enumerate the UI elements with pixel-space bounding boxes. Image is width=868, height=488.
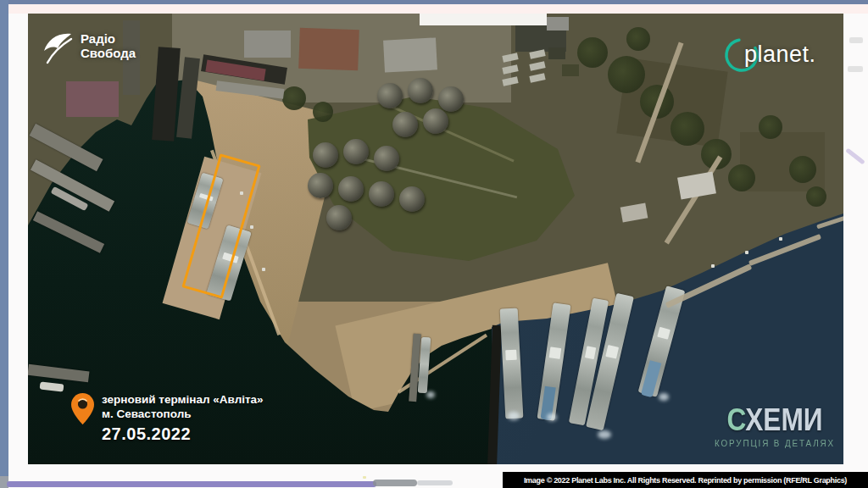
storage-tank (308, 173, 333, 198)
schemes-tagline: КОРУПЦІЯ В ДЕТАЛЯХ (710, 438, 839, 448)
margin-artifact (848, 66, 863, 72)
mosaic-gap (420, 14, 547, 25)
storage-tank (377, 83, 403, 108)
schemes-logo: СХЕМИ КОРУПЦІЯ В ДЕТАЛЯХ (706, 405, 843, 448)
ship-wake (598, 430, 611, 439)
rfe-line2: Свобода (81, 47, 136, 61)
storage-tank (408, 78, 433, 103)
ship-wake (426, 391, 435, 398)
mosaic-blob (547, 17, 569, 30)
cargo-speck (262, 268, 265, 271)
satellite-image: Радіо Свобода planet. зерновий термінал … (28, 14, 843, 464)
location-pin-icon (71, 393, 94, 424)
dock-maroon (66, 81, 119, 117)
caption-title: зерновий термінал «Авліта» (102, 393, 264, 408)
storage-tank (374, 146, 399, 171)
margin-squiggle (845, 148, 865, 165)
storage-tank (438, 86, 464, 112)
progress-thumb[interactable] (373, 480, 417, 486)
shore-structure (779, 237, 782, 241)
schemes-wordmark: СХЕМИ (715, 405, 836, 435)
storage-tank (313, 142, 338, 168)
storage-tank (369, 181, 394, 207)
rfe-wordmark: Радіо Свобода (81, 32, 136, 61)
bird-icon (41, 29, 75, 64)
storage-tank (392, 112, 418, 137)
shore-structure (711, 264, 715, 268)
ship-wake (547, 413, 557, 421)
storage-tank (326, 205, 352, 230)
caption: зерновий термінал «Авліта» м. Севастопол… (71, 393, 264, 444)
copyright-bar: Image © 2022 Planet Labs Inc. All Rights… (503, 472, 868, 488)
rfe-logo: Радіо Свобода (41, 29, 136, 64)
caption-location: м. Севастополь (102, 408, 264, 422)
schemes-initial: С (726, 402, 745, 437)
browser-left-edge (0, 0, 8, 488)
cargo-speck (250, 225, 253, 229)
artifact-dot (363, 476, 366, 479)
storage-tank (399, 186, 425, 212)
rfe-line1: Радіо (81, 32, 136, 47)
storage-tank (423, 108, 448, 134)
storage-tank (343, 139, 369, 164)
shore-structure (745, 251, 748, 254)
ship-deck (505, 350, 516, 360)
progress-bar[interactable] (7, 481, 376, 487)
copyright-text: Image © 2022 Planet Labs Inc. All Rights… (524, 476, 847, 485)
ship-wake (659, 393, 669, 401)
ship-deck (549, 347, 561, 359)
caption-date: 27.05.2022 (102, 424, 264, 444)
ship-deck (585, 346, 597, 358)
page-top-strip (8, 4, 868, 14)
caption-text: зерновий термінал «Авліта» м. Севастопол… (102, 393, 264, 444)
planet-logo: planet. (722, 36, 843, 76)
ship-deck (657, 327, 670, 340)
ship-wake (508, 412, 520, 420)
progress-fade (417, 480, 453, 485)
storage-tank (338, 176, 364, 202)
margin-artifact (849, 37, 863, 43)
planet-wordmark: planet. (744, 42, 816, 68)
ship-deck (605, 345, 619, 359)
page: { "branding": { "rfe": { "line1": "Радіо… (0, 0, 868, 488)
schemes-rest: ХЕМИ (745, 402, 822, 437)
